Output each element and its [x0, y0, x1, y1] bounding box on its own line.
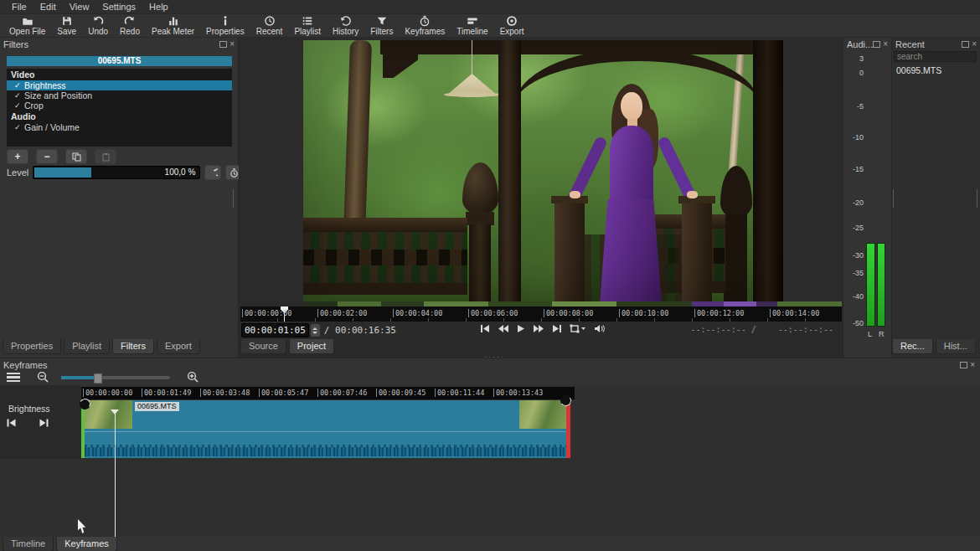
undo-button[interactable]: Undo — [82, 14, 114, 38]
tab-hist[interactable]: Hist... — [936, 339, 976, 354]
tab-timeline[interactable]: Timeline — [3, 537, 54, 551]
filter-enabled-checkbox[interactable]: ✓ — [14, 81, 24, 90]
tab-source[interactable]: Source — [240, 339, 286, 354]
ruler-tick-label: 00:00:00:00 — [83, 389, 132, 397]
recent-icon — [264, 15, 276, 27]
recent-panel: Recent × 00695.MTS Rec...Hist...Jobs — [892, 38, 980, 358]
float-panel-icon[interactable] — [960, 362, 967, 368]
redo-icon — [124, 15, 136, 27]
keyframes-clip[interactable]: 00695.MTS — [81, 400, 570, 458]
playlist-button[interactable]: Playlist — [288, 14, 327, 38]
close-panel-icon[interactable]: × — [230, 41, 235, 48]
keyframes-time-ruler[interactable]: 00:00:00:0000:00:01:4900:00:03:4800:00:0… — [81, 387, 575, 399]
tab-properties[interactable]: Properties — [3, 339, 61, 354]
transport-buttons — [480, 324, 605, 333]
rewind-button[interactable] — [498, 324, 509, 333]
filter-enabled-checkbox[interactable]: ✓ — [14, 123, 24, 131]
float-panel-icon[interactable] — [219, 41, 227, 48]
properties-button[interactable]: Properties — [200, 14, 250, 38]
position-timecode-field[interactable]: 00:00:01:05 — [241, 323, 309, 337]
meter-db-label: -5 — [843, 102, 864, 111]
next-keyframe-button[interactable] — [39, 419, 49, 427]
zoom-out-icon[interactable] — [37, 371, 49, 384]
copy-filters-button[interactable] — [65, 149, 87, 164]
volume-button[interactable] — [594, 324, 605, 333]
filter-enabled-checkbox[interactable]: ✓ — [14, 101, 24, 110]
recent-file-item[interactable]: 00695.MTS — [896, 65, 941, 75]
level-reset-button[interactable] — [204, 165, 221, 180]
add-filter-button[interactable]: + — [7, 149, 28, 164]
close-panel-icon[interactable]: × — [970, 362, 975, 368]
recent-button[interactable]: Recent — [250, 14, 289, 38]
keyframes-zoom-slider[interactable] — [61, 376, 170, 379]
tab-playlist[interactable]: Playlist — [64, 339, 110, 354]
audio-meter-title: Audi... — [847, 39, 873, 49]
in-out-menu-button[interactable] — [570, 324, 586, 333]
meter-db-label: -10 — [843, 133, 864, 142]
fast-forward-button[interactable] — [533, 324, 544, 333]
splitter-handle[interactable] — [233, 189, 234, 208]
float-panel-icon[interactable] — [962, 41, 969, 48]
tab-filters[interactable]: Filters — [112, 339, 154, 354]
player-time-ruler[interactable]: 00:00:00:0000:00:02:0000:00:04:0000:00:0… — [240, 306, 842, 322]
player-tabs: SourceProject — [240, 339, 337, 354]
splitter-handle[interactable] — [893, 189, 894, 208]
zoom-in-icon[interactable] — [187, 371, 199, 384]
filter-group-audio: Audio — [7, 111, 232, 122]
ruler-tick-label: 00:00:09:45 — [376, 389, 426, 397]
skip-to-end-button[interactable] — [552, 324, 562, 333]
menu-file[interactable]: File — [5, 2, 34, 12]
duration-label: / 00:00:16:35 — [324, 325, 396, 336]
previous-keyframe-button[interactable] — [7, 419, 16, 427]
position-spinner[interactable] — [311, 324, 320, 337]
filters-button[interactable]: Filters — [364, 14, 399, 38]
menu-edit[interactable]: Edit — [34, 2, 63, 12]
ruler-minor-ticks — [240, 318, 842, 322]
skip-to-start-button[interactable] — [480, 324, 490, 333]
history-button[interactable]: History — [327, 14, 364, 38]
history-icon — [340, 15, 352, 27]
export-button[interactable]: Export — [494, 14, 530, 38]
keyframes-button[interactable]: Keyframes — [399, 14, 451, 38]
keyframes-playhead[interactable] — [115, 414, 116, 551]
level-slider[interactable]: 100,0 % — [33, 166, 200, 179]
filter-enabled-checkbox[interactable]: ✓ — [14, 91, 24, 100]
remove-filter-button[interactable]: − — [36, 149, 58, 164]
zoom-slider-handle[interactable] — [94, 373, 102, 384]
tab-export[interactable]: Export — [157, 339, 200, 354]
keyframes-icon — [419, 15, 431, 27]
video-preview — [303, 40, 783, 301]
menu-help[interactable]: Help — [142, 2, 175, 12]
tab-project[interactable]: Project — [289, 339, 334, 354]
menu-settings[interactable]: Settings — [95, 2, 142, 12]
filters-icon — [376, 15, 388, 27]
close-panel-icon[interactable]: × — [972, 41, 977, 48]
clip-out-edge[interactable] — [566, 400, 570, 458]
ruler-tick-label: 00:00:07:46 — [317, 389, 367, 397]
timeline-button[interactable]: Timeline — [451, 14, 493, 38]
scrollbar-handle[interactable] — [977, 189, 977, 208]
level-slider-fill — [34, 167, 91, 178]
menu-view[interactable]: View — [63, 2, 96, 12]
filter-item-gain-volume[interactable]: ✓Gain / Volume — [7, 122, 232, 132]
redo-button[interactable]: Redo — [114, 14, 146, 38]
tab-rec[interactable]: Rec... — [892, 339, 933, 354]
left-panel-tabs: PropertiesPlaylistFiltersExport — [3, 339, 203, 354]
paste-filters-button[interactable] — [95, 149, 116, 164]
ruler-tick-label: 00:00:03:48 — [200, 389, 250, 397]
filter-item-crop[interactable]: ✓Crop — [7, 100, 232, 111]
keyframes-menu-button[interactable] — [7, 373, 20, 383]
play-button[interactable] — [517, 324, 525, 333]
tab-keyframes[interactable]: Keyframes — [56, 537, 117, 551]
float-panel-icon[interactable] — [873, 41, 880, 48]
ruler-tick-label: 00:00:10:00 — [619, 309, 668, 317]
recent-search-input[interactable] — [894, 51, 977, 62]
close-panel-icon[interactable]: × — [883, 41, 888, 48]
save-button[interactable]: Save — [51, 14, 82, 38]
peak-meter-button[interactable]: Peak Meter — [146, 14, 200, 38]
shotcut-window: FileEditViewSettingsHelp Open FileSaveUn… — [0, 0, 980, 551]
filter-item-brightness[interactable]: ✓Brightness — [7, 80, 232, 90]
filters-panel: Filters × 00695.MTS Video✓Brightness✓Siz… — [0, 38, 239, 358]
open-file-button[interactable]: Open File — [3, 14, 51, 38]
filter-item-size-and-position[interactable]: ✓Size and Position — [7, 90, 232, 100]
